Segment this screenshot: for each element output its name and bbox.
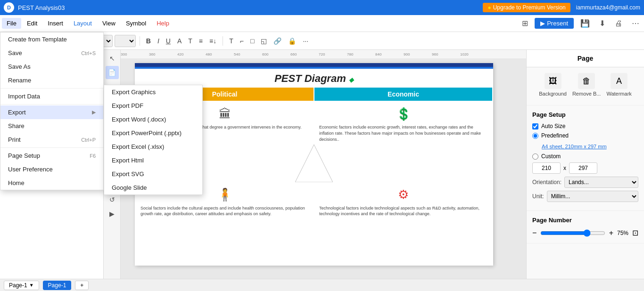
export-excel[interactable]: Export Excel (.xlsx) xyxy=(104,140,202,154)
svg-text:780: 780 xyxy=(347,52,354,57)
italic-btn[interactable]: I xyxy=(155,36,162,46)
file-menu-import[interactable]: Import Data xyxy=(0,89,103,103)
auto-size-checkbox[interactable] xyxy=(532,123,538,129)
zoom-level: 75% xyxy=(617,230,628,236)
svg-text:660: 660 xyxy=(290,52,297,57)
file-menu-save-as[interactable]: Save As xyxy=(0,60,103,73)
page-tab-1-inactive[interactable]: Page-1 ▼ xyxy=(4,281,39,290)
bottom-bar: Page-1 ▼ Page-1 + xyxy=(0,279,644,291)
more-btn[interactable]: ··· xyxy=(300,36,311,46)
orientation-select[interactable]: Lands... xyxy=(564,177,638,188)
vert-page-btn[interactable]: 📄 xyxy=(106,66,119,79)
export-html[interactable]: Export Html xyxy=(104,154,202,167)
unit-select[interactable]: Millim... xyxy=(547,191,638,202)
bold-btn[interactable]: B xyxy=(144,36,153,46)
menu-insert[interactable]: Insert xyxy=(43,18,68,29)
height-input[interactable] xyxy=(569,162,597,174)
file-menu-export[interactable]: Export ▶ xyxy=(0,105,103,119)
file-menu-rename[interactable]: Rename xyxy=(0,73,103,87)
download-icon-btn[interactable]: ⬇ xyxy=(596,18,608,29)
export-google-slide[interactable]: Google Slide xyxy=(104,181,202,194)
underline-btn[interactable]: U xyxy=(164,36,173,46)
fit-btn[interactable]: ⊡ xyxy=(632,228,638,237)
print-icon-btn[interactable]: 🖨 xyxy=(612,18,625,29)
shape-btn[interactable]: □ xyxy=(248,36,256,46)
export-pptx[interactable]: Export PowerPoint (.pptx) xyxy=(104,126,202,140)
menu-icon-1[interactable]: ⊞ xyxy=(519,18,531,29)
right-panel-title: Page xyxy=(527,50,644,67)
menu-view[interactable]: View xyxy=(98,18,120,29)
export-graphics[interactable]: Export Graphics xyxy=(104,85,202,99)
save-icon-btn[interactable]: 💾 xyxy=(578,18,593,29)
remove-bg-item[interactable]: 🗑 Remove B... xyxy=(572,73,601,97)
zoom-out-btn[interactable]: − xyxy=(532,229,537,237)
home-label: Home xyxy=(8,179,25,186)
rename-label: Rename xyxy=(8,77,31,84)
list-btn[interactable]: ≡↓ xyxy=(207,36,219,46)
vert-collapse-right-btn[interactable]: ▶ xyxy=(106,207,119,220)
user-email: iammurtaza4@gmail.com xyxy=(576,4,640,11)
export-label: Export xyxy=(8,109,26,116)
present-button[interactable]: ▶ Present xyxy=(535,18,574,29)
text-format-btn[interactable]: T xyxy=(186,36,195,46)
predefined-radio[interactable] xyxy=(532,133,538,139)
right-bg-section: 🖼 Background 🗑 Remove B... A Watermark xyxy=(527,67,644,105)
export-word[interactable]: Export Word (.docx) xyxy=(104,113,202,126)
page-setup-label: Page Setup xyxy=(8,152,40,159)
svg-text:480: 480 xyxy=(206,52,212,57)
svg-text:840: 840 xyxy=(375,52,382,57)
align-btn[interactable]: ≡ xyxy=(197,36,205,46)
connector-btn[interactable]: ⌐ xyxy=(238,36,246,46)
background-item[interactable]: 🖼 Background xyxy=(539,73,567,97)
predefined-label: Predefined xyxy=(541,132,569,139)
page-setup-shortcut: F6 xyxy=(90,153,96,159)
menu-bar-right: ⊞ ▶ Present 💾 ⬇ 🖨 ⋯ xyxy=(519,18,642,29)
file-menu-save[interactable]: Save Ctrl+S xyxy=(0,46,103,60)
export-pdf[interactable]: Export PDF xyxy=(104,99,202,113)
page-number-section: Page Number − + 75% ⊡ xyxy=(527,211,644,243)
lock-btn[interactable]: 🔒 xyxy=(286,36,298,46)
size-select[interactable] xyxy=(115,35,136,47)
file-menu-print[interactable]: Print Ctrl+P xyxy=(0,133,103,146)
menu-edit[interactable]: Edit xyxy=(22,18,42,29)
export-svg[interactable]: Export SVG xyxy=(104,167,202,181)
auto-size-label: Auto Size xyxy=(541,123,565,129)
file-menu-create[interactable]: Create from Template xyxy=(0,32,103,46)
zoom-slider[interactable] xyxy=(540,229,605,237)
page-tab-1-active[interactable]: Page-1 xyxy=(43,281,72,290)
file-menu-home[interactable]: Home xyxy=(0,176,103,190)
shape2-btn[interactable]: ◱ xyxy=(258,36,269,46)
font-color-btn[interactable]: A xyxy=(175,36,184,46)
top-bar: D PEST Analysis03 Upgrade to Premium Ver… xyxy=(0,0,644,15)
zoom-in-btn[interactable]: + xyxy=(609,229,613,237)
watermark-item[interactable]: A Watermark xyxy=(606,73,631,97)
vert-history-btn[interactable]: ↺ xyxy=(106,193,119,206)
link-btn[interactable]: 🔗 xyxy=(271,36,284,46)
width-input[interactable] xyxy=(532,162,561,174)
file-menu-share[interactable]: Share xyxy=(0,119,103,133)
auto-size-row: Auto Size xyxy=(532,123,638,129)
import-label: Import Data xyxy=(8,93,40,100)
create-template-label: Create from Template xyxy=(8,36,67,43)
menu-file[interactable]: File xyxy=(2,18,21,29)
add-page-btn[interactable]: + xyxy=(75,281,89,290)
background-icon-box: 🖼 xyxy=(545,73,561,89)
page-number-title: Page Number xyxy=(532,217,638,224)
menu-symbol[interactable]: Symbol xyxy=(121,18,151,29)
custom-row: Custom xyxy=(532,153,638,160)
page-number-row: − + 75% ⊡ xyxy=(532,228,638,237)
custom-radio[interactable] xyxy=(532,154,538,160)
menu-layout[interactable]: Layout xyxy=(69,18,97,29)
vert-cursor-btn[interactable]: ↖ xyxy=(106,52,119,65)
app-logo: D xyxy=(4,2,14,13)
menu-help[interactable]: Help xyxy=(152,18,174,29)
share-icon-btn[interactable]: ⋯ xyxy=(629,18,642,29)
play-icon: ▶ xyxy=(540,20,545,27)
right-panel: Page 🖼 Background 🗑 Remove B... A Waterm… xyxy=(526,50,644,291)
text-box-btn[interactable]: T xyxy=(227,36,236,46)
tech-cell: ⚙ Technological factors include technolo… xyxy=(314,181,492,255)
file-menu-page-setup[interactable]: Page Setup F6 xyxy=(0,149,103,162)
print-label: Print xyxy=(8,136,21,143)
upgrade-button[interactable]: Upgrade to Premium Version xyxy=(483,3,570,12)
file-menu-user-preference[interactable]: User Preference xyxy=(0,162,103,176)
